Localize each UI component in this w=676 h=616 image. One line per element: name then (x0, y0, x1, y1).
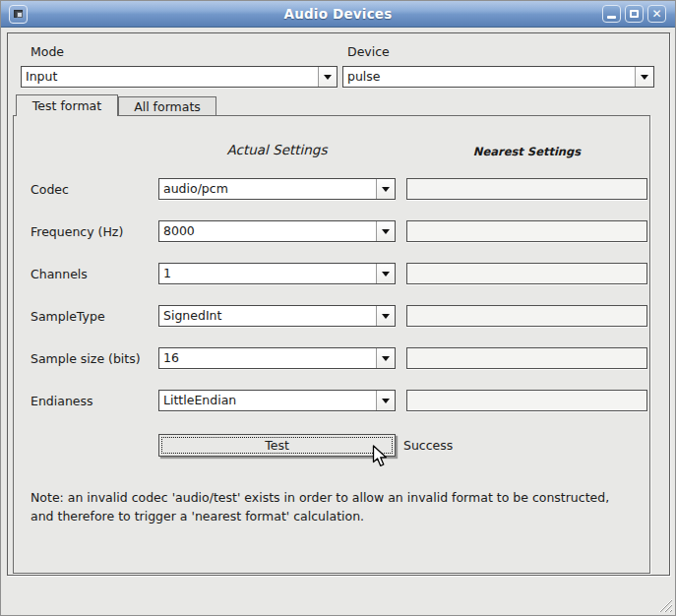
dropdown-arrow-icon[interactable] (376, 221, 395, 241)
resize-grip[interactable] (656, 596, 673, 616)
maximize-icon (630, 10, 639, 18)
nearest-settings-header: Nearest Settings (406, 145, 647, 158)
sampletype-combobox[interactable]: SignedInt (158, 305, 396, 327)
dropdown-arrow-icon[interactable] (635, 67, 653, 87)
mode-value: Input (26, 67, 315, 87)
note-line-2: and therefore to trigger a 'nearest form… (31, 508, 645, 526)
close-icon: ✕ (648, 6, 665, 23)
endianess-combobox[interactable]: LittleEndian (158, 390, 396, 411)
samplesize-combobox[interactable]: 16 (158, 347, 396, 369)
samplesize-value: 16 (163, 348, 373, 368)
actual-settings-header: Actual Settings (158, 142, 396, 157)
test-button[interactable]: Test (158, 434, 396, 457)
codec-nearest-field[interactable] (406, 178, 647, 200)
samplesize-label: Sample size (bits) (31, 351, 141, 366)
channels-combobox[interactable]: 1 (158, 263, 396, 284)
mouse-cursor-icon (372, 445, 389, 472)
tab-test-format[interactable]: Test format (16, 94, 118, 116)
channels-nearest-field[interactable] (406, 263, 647, 284)
channels-value: 1 (163, 264, 373, 283)
minimize-icon (607, 16, 616, 19)
frequency-combobox[interactable]: 8000 (158, 220, 396, 242)
test-status-label: Success (403, 434, 453, 457)
sampletype-nearest-field[interactable] (406, 305, 647, 327)
mode-combobox[interactable]: Input (21, 66, 338, 88)
maximize-button[interactable] (625, 5, 644, 23)
frequency-nearest-field[interactable] (406, 220, 647, 242)
dropdown-arrow-icon[interactable] (376, 348, 395, 368)
note-line-1: Note: an invalid codec 'audio/test' exis… (31, 489, 645, 508)
device-label: Device (347, 44, 390, 59)
device-value: pulse (347, 67, 632, 87)
samplesize-nearest-field[interactable] (406, 347, 647, 369)
tab-all-formats[interactable]: All formats (118, 96, 216, 116)
dropdown-arrow-icon[interactable] (376, 306, 395, 326)
frequency-value: 8000 (163, 221, 373, 241)
dropdown-arrow-icon[interactable] (376, 264, 395, 283)
endianess-value: LittleEndian (163, 391, 373, 410)
device-combobox[interactable]: pulse (342, 66, 654, 88)
channels-label: Channels (31, 267, 88, 281)
endianess-nearest-field[interactable] (406, 390, 647, 411)
frequency-label: Frequency (Hz) (31, 224, 123, 239)
window-title: Audio Devices (1, 1, 675, 27)
note-text: Note: an invalid codec 'audio/test' exis… (31, 489, 645, 525)
close-button[interactable]: ✕ (647, 5, 666, 23)
dropdown-arrow-icon[interactable] (376, 179, 395, 199)
sampletype-label: SampleType (31, 309, 105, 324)
mode-label: Mode (31, 44, 64, 59)
codec-label: Codec (31, 182, 69, 197)
codec-combobox[interactable]: audio/pcm (158, 178, 396, 200)
sampletype-value: SignedInt (163, 306, 373, 326)
titlebar[interactable]: Audio Devices ✕ (1, 1, 675, 28)
audio-devices-window: Audio Devices ✕ Mode Device Input pulse … (0, 0, 676, 616)
codec-value: audio/pcm (163, 179, 373, 199)
minimize-button[interactable] (602, 5, 621, 23)
dropdown-arrow-icon[interactable] (376, 391, 395, 410)
dropdown-arrow-icon[interactable] (318, 67, 337, 87)
endianess-label: Endianess (31, 394, 93, 408)
